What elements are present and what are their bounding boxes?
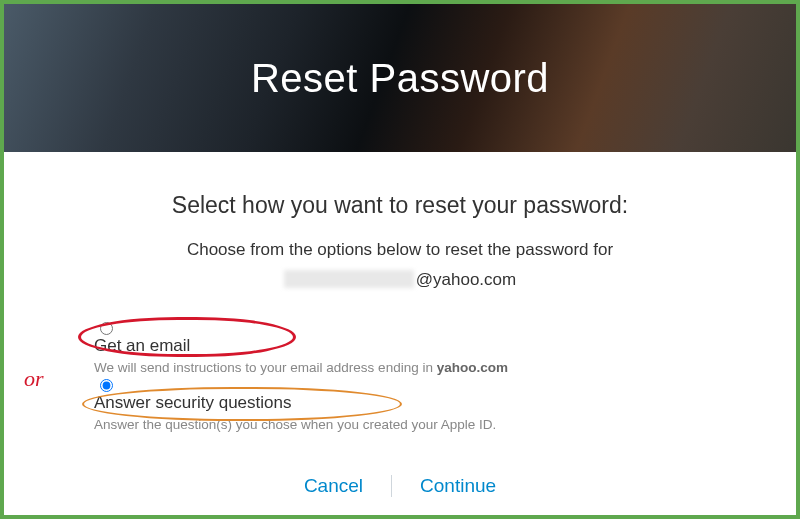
dialog-header: Reset Password [4,4,796,152]
reset-options: Get an email We will send instructions t… [94,318,716,432]
account-email-line: @yahoo.com [84,267,716,293]
dialog-actions: Cancel Continue [4,475,796,497]
option-description: Answer the question(s) you chose when yo… [94,417,716,432]
option-description: We will send instructions to your email … [94,360,716,375]
option-get-email[interactable]: Get an email We will send instructions t… [94,318,716,375]
dialog-body: Select how you want to reset your passwo… [4,152,796,432]
redacted-email-local [284,270,414,288]
radio-security-questions[interactable] [100,379,113,392]
prompt-subtext: Choose from the options below to reset t… [84,237,716,263]
option-label: Get an email [94,336,716,356]
action-separator [391,475,392,497]
cancel-button[interactable]: Cancel [304,475,363,497]
option-security-questions[interactable]: Answer security questions Answer the que… [94,375,716,432]
dialog-title: Reset Password [251,56,549,101]
continue-button[interactable]: Continue [420,475,496,497]
prompt-heading: Select how you want to reset your passwo… [84,192,716,219]
option-label: Answer security questions [94,393,716,413]
radio-get-email[interactable] [100,322,113,335]
account-email-domain: @yahoo.com [416,270,516,289]
